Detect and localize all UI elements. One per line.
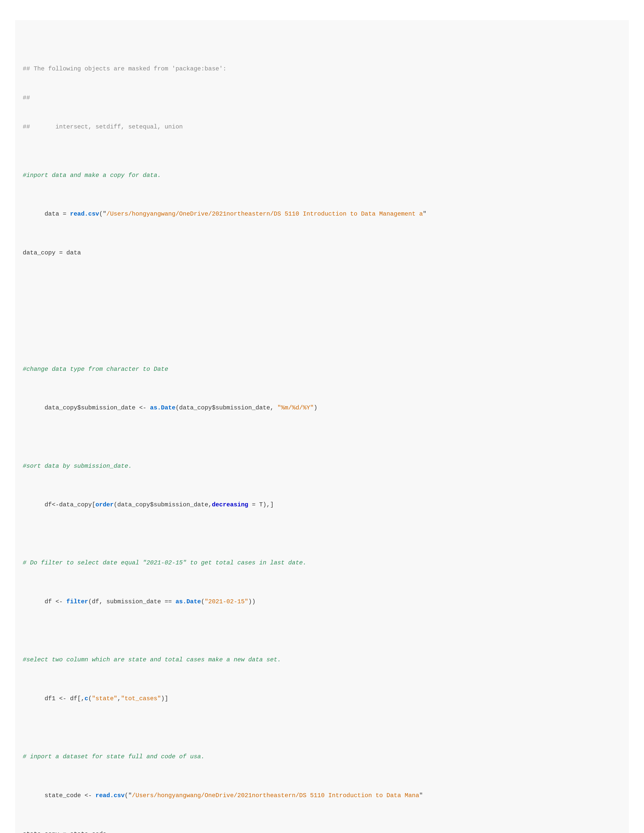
code-block-main: ## The following objects are masked from… — [15, 20, 629, 833]
page-container: ## The following objects are masked from… — [0, 0, 644, 833]
comment-intersect: ## intersect, setdiff, setequal, union — [23, 122, 621, 132]
line-as-date: data_copy$submission_date <- as.Date(dat… — [23, 394, 621, 423]
comment-filter: # Do filter to select date equal "2021-0… — [23, 558, 621, 568]
blank-line-1 — [23, 287, 621, 297]
comment-hash-empty: ## — [23, 93, 621, 103]
comment-masked: ## The following objects are masked from… — [23, 64, 621, 74]
comment-change-type: #change data type from character to Date — [23, 365, 621, 374]
line-state-code: state_code <- read.csv("/Users/hongyangw… — [23, 781, 621, 810]
line-filter: df <- filter(df, submission_date == as.D… — [23, 587, 621, 616]
comment-select: #select two column which are state and t… — [23, 655, 621, 665]
blank-line-2 — [23, 316, 621, 326]
line-read-csv: data = read.csv("/Users/hongyangwang/One… — [23, 199, 621, 229]
comment-inport-state: # inport a dataset for state full and co… — [23, 752, 621, 762]
line-data-copy: data_copy = data — [23, 248, 621, 258]
line-df1-select: df1 <- df[,c("state","tot_cases")] — [23, 684, 621, 713]
line-order: df<-data_copy[order(data_copy$submission… — [23, 490, 621, 519]
line-state-copy: state_copy = state_code — [23, 830, 621, 833]
comment-sort: #sort data by submission_date. — [23, 462, 621, 471]
comment-import: #inport data and make a copy for data. — [23, 170, 621, 180]
